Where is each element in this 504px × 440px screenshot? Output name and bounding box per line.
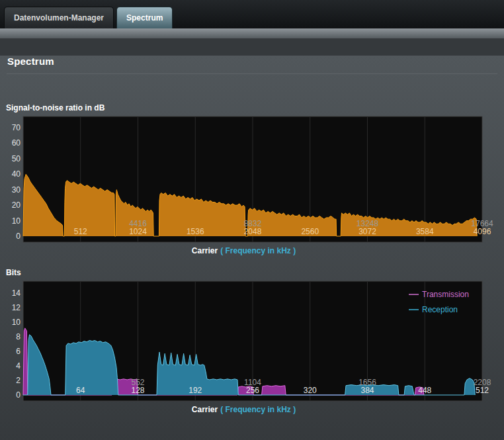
svg-text:512: 512 [74, 227, 87, 236]
svg-text:6: 6 [16, 347, 21, 356]
svg-text:1104: 1104 [244, 378, 261, 387]
svg-text:4416: 4416 [129, 219, 147, 228]
snr-chart-block: Signal-to-noise ratio in dB 010203040506… [5, 74, 482, 256]
svg-text:14: 14 [12, 288, 21, 298]
bits-caption-frequency: ( Frequency in kHz ) [220, 405, 296, 414]
svg-text:192: 192 [189, 386, 202, 395]
page-content: Spectrum Signal-to-noise ratio in dB 010… [0, 56, 504, 440]
svg-text:10: 10 [12, 318, 21, 327]
bits-chart-caption: Carrier( Frequency in kHz ) [5, 405, 482, 415]
bits-chart: 0246810121464128552192256110432038416564… [5, 281, 482, 401]
tab-spectrum[interactable]: Spectrum [116, 7, 173, 28]
svg-text:1024: 1024 [129, 227, 147, 236]
svg-text:17664: 17664 [471, 219, 493, 228]
page-title: Spectrum [7, 56, 497, 67]
svg-text:20: 20 [12, 200, 21, 210]
page-title-wrap: Spectrum [7, 56, 497, 74]
svg-text:384: 384 [360, 386, 374, 395]
svg-text:0: 0 [16, 232, 21, 241]
snr-chart-title: Signal-to-noise ratio in dB [6, 74, 482, 112]
bits-chart-block: Bits 02468101214641285521922561104320384… [5, 256, 482, 415]
svg-text:1536: 1536 [187, 227, 204, 236]
svg-text:30: 30 [12, 185, 21, 195]
svg-text:2560: 2560 [301, 227, 319, 236]
svg-text:256: 256 [246, 386, 259, 395]
svg-text:2: 2 [16, 376, 21, 385]
bits-chart-title: Bits [6, 256, 482, 277]
svg-text:50: 50 [12, 154, 21, 163]
header-gradient-band [0, 28, 504, 38]
svg-text:10: 10 [12, 216, 21, 226]
svg-text:512: 512 [476, 386, 489, 395]
svg-text:60: 60 [12, 138, 21, 148]
tab-datenvolumen-manager[interactable]: Datenvolumen-Manager [4, 7, 114, 28]
svg-text:8: 8 [16, 332, 21, 341]
tab-bar: Datenvolumen-Manager Spectrum [0, 0, 504, 28]
svg-text:3584: 3584 [416, 227, 434, 236]
svg-text:Reception: Reception [422, 305, 458, 314]
svg-text:12: 12 [12, 303, 21, 312]
svg-text:1656: 1656 [358, 378, 376, 387]
svg-text:4: 4 [16, 361, 21, 371]
svg-text:40: 40 [12, 169, 21, 179]
snr-caption-frequency: ( Frequency in kHz ) [220, 246, 296, 255]
bits-caption-carrier: Carrier [192, 405, 218, 414]
svg-text:64: 64 [76, 386, 85, 395]
svg-text:2048: 2048 [244, 227, 262, 236]
snr-caption-carrier: Carrier [192, 246, 218, 255]
svg-text:2208: 2208 [474, 378, 491, 387]
svg-text:70: 70 [12, 123, 21, 132]
svg-text:8832: 8832 [244, 219, 262, 228]
svg-text:0: 0 [16, 390, 21, 400]
svg-text:552: 552 [131, 378, 144, 387]
svg-text:448: 448 [418, 386, 431, 395]
svg-text:13248: 13248 [357, 219, 379, 228]
svg-text:Transmission: Transmission [422, 290, 469, 299]
snr-chart-caption: Carrier( Frequency in kHz ) [5, 246, 482, 256]
svg-text:128: 128 [131, 386, 144, 395]
svg-text:320: 320 [304, 386, 317, 395]
svg-text:4096: 4096 [474, 227, 491, 236]
svg-text:3072: 3072 [358, 227, 376, 236]
snr-chart: 0102030405060705121024441615362048883225… [5, 116, 482, 242]
